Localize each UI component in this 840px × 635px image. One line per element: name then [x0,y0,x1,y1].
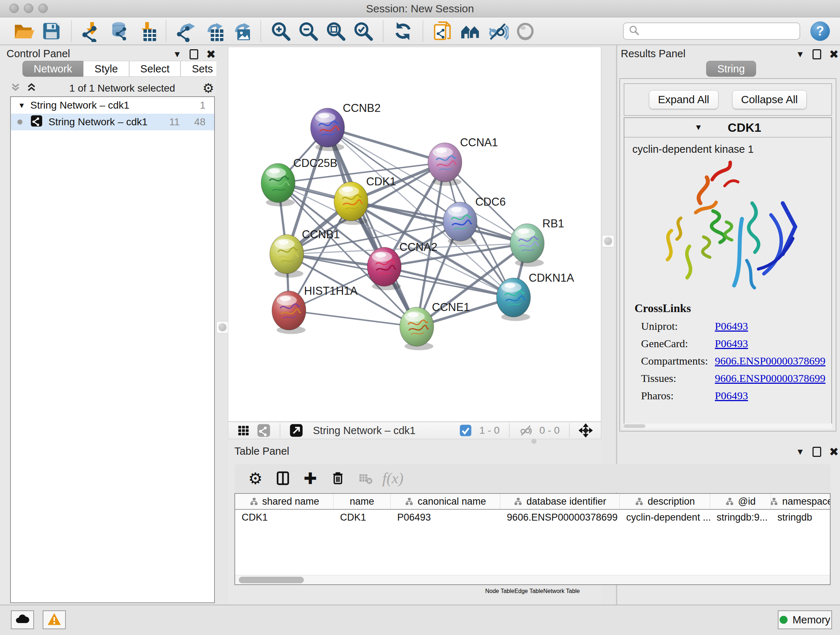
control-panel-float-icon[interactable] [189,49,198,59]
search-box[interactable] [623,22,800,40]
search-input[interactable] [640,25,795,37]
crosslink-link[interactable]: 9606.ENSP00000378699 [715,372,826,385]
open-in-new-window-icon[interactable] [289,423,303,438]
right-splitter-handle[interactable] [602,235,614,247]
node-CCNA2[interactable] [367,247,401,290]
horizontal-splitter-handle[interactable] [529,440,539,444]
export-network-icon[interactable] [174,19,197,43]
node-RB1[interactable] [510,224,544,267]
network-graph[interactable]: CCNB2CCNA1CDC25BCDK1CDC6RB1CCNB1CCNA2CDK… [228,47,601,421]
share-document-icon[interactable] [431,19,454,43]
add-column-icon[interactable]: ✚ [301,469,320,488]
save-icon[interactable] [40,19,63,43]
node-CDK1[interactable] [334,182,368,225]
memory-button[interactable]: Memory [778,610,832,629]
network-tree-child-row[interactable]: String Network – cdk1 11 48 [11,114,214,130]
export-image-icon[interactable] [229,19,253,43]
node-CDC6[interactable] [443,202,477,245]
selected-checkbox-icon[interactable] [458,423,473,438]
string-home-icon[interactable] [459,19,482,43]
collapse-all-networks-icon[interactable] [10,82,21,95]
table-panel-float-icon[interactable] [813,447,821,457]
gene-section-header[interactable]: ▼ CDK1 [624,118,831,138]
table-scroll-thumb[interactable] [239,577,304,583]
node-CCNE1[interactable] [400,307,434,350]
node-CDC25B[interactable] [261,163,295,206]
node-CCNB2[interactable] [311,108,345,151]
tab-edge-table[interactable]: Edge Table [515,588,543,594]
control-panel-close-icon[interactable]: ✖ [206,49,216,60]
column-header-id[interactable]: @id [710,494,771,509]
crosslink-link[interactable]: P06493 [715,337,748,350]
export-table-icon[interactable] [202,19,225,43]
gene-collapse-icon[interactable]: ▼ [695,123,703,132]
grid-view-icon[interactable] [236,423,251,438]
edge-CCNB2-CCNA1[interactable] [327,128,445,163]
results-panel-float-icon[interactable] [813,49,821,59]
tab-network[interactable]: Network [22,61,83,77]
edge-HIST1H1A-CCNE1[interactable] [289,310,417,327]
table-cell[interactable]: stringdb [771,510,831,526]
pan-crosshair-icon[interactable] [578,423,593,438]
import-table-icon[interactable] [134,19,158,43]
tab-node-table[interactable]: Node Table [485,588,515,594]
tab-style[interactable]: Style [83,61,129,77]
table-cell[interactable]: 9606.ENSP00000378699 [500,510,620,526]
table-cell[interactable]: stringdb:9... [710,510,771,526]
node-CCNB1[interactable] [270,234,304,278]
tree-collapse-icon[interactable]: ▼ [18,101,25,110]
column-header-sharedname[interactable]: shared name [235,494,333,509]
table-cell[interactable]: cyclin-dependent ... [620,510,710,526]
zoom-in-icon[interactable] [269,19,292,43]
network-options-gear-icon[interactable]: ⚙ [202,81,214,96]
node-CCNA1[interactable] [428,143,462,186]
network-view-canvas[interactable]: CCNB2CCNA1CDC25BCDK1CDC6RB1CCNB1CCNA2CDK… [228,47,601,422]
hide-glasses-icon[interactable] [486,19,509,43]
table-cell[interactable]: CDK1 [333,510,391,526]
expand-all-button[interactable]: Expand All [649,90,718,109]
tab-network-table[interactable]: Network Table [543,588,580,594]
crosslink-link[interactable]: P06493 [715,320,748,333]
column-header-namespace[interactable]: namespace [771,494,831,509]
table-cell[interactable]: CDK1 [235,510,333,526]
left-splitter-handle[interactable] [216,321,229,333]
table-cell[interactable]: P06493 [391,510,500,526]
column-header-description[interactable]: description [620,494,710,509]
control-panel-collapse-icon[interactable]: ▼ [173,50,182,59]
node-CDKN1A[interactable] [497,278,531,321]
results-scroll-thumb[interactable] [624,424,645,428]
open-folder-icon[interactable] [12,19,35,43]
left-splitter[interactable] [216,45,228,605]
column-header-databaseidentifier[interactable]: database identifier [500,494,620,509]
results-panel-close-icon[interactable]: ✖ [829,49,839,60]
refresh-icon[interactable] [392,19,415,43]
collection-count: 1 [200,100,205,111]
delete-column-icon[interactable] [328,469,347,488]
zoom-fit-icon[interactable] [324,19,347,43]
column-header-canonicalname[interactable]: canonical name [391,494,500,509]
zoom-selected-icon[interactable] [352,19,375,43]
tab-string[interactable]: String [706,61,756,77]
tab-select[interactable]: Select [129,61,181,77]
network-tree-root-row[interactable]: ▼ String Network – cdk1 1 [11,97,214,114]
column-header-name[interactable]: name [333,494,391,509]
show-columns-icon[interactable] [273,469,292,488]
expand-all-networks-icon[interactable] [26,82,37,95]
crosslink-link[interactable]: P06493 [715,390,748,402]
help-button[interactable]: ? [810,21,830,41]
collapse-all-button[interactable]: Collapse All [732,90,807,109]
import-database-icon[interactable] [107,19,130,43]
cloud-status-button[interactable] [11,610,34,629]
results-scrollbar[interactable] [624,424,832,429]
table-panel-collapse-icon[interactable]: ▼ [796,448,805,456]
import-network-icon[interactable] [80,19,103,43]
warnings-button[interactable] [43,610,66,629]
zoom-out-icon[interactable] [297,19,320,43]
table-settings-gear-icon[interactable]: ⚙ [246,469,265,488]
table-row[interactable]: CDK1CDK1P064939606.ENSP00000378699cyclin… [235,510,830,526]
results-panel-collapse-icon[interactable]: ▼ [796,50,805,59]
table-panel-close-icon[interactable]: ✖ [829,446,839,458]
crosslink-link[interactable]: 9606.ENSP00000378699 [715,355,826,367]
table-horizontal-scrollbar[interactable] [235,575,830,584]
node-HIST1H1A[interactable] [272,291,306,334]
